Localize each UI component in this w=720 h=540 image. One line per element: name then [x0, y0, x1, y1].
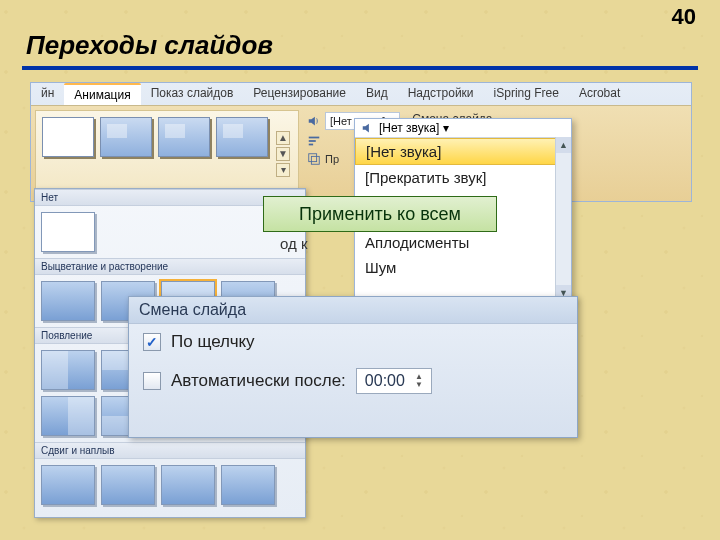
transition-thumb-3[interactable]: [216, 117, 268, 157]
time-spinner[interactable]: ▲▼: [415, 373, 423, 389]
transition-thumb-1[interactable]: [100, 117, 152, 157]
auto-after-checkbox[interactable]: [143, 372, 161, 390]
gallery-thumb[interactable]: [221, 465, 275, 505]
page-title: Переходы слайдов: [26, 30, 273, 61]
sound-item-stop[interactable]: [Прекратить звук]: [355, 165, 571, 190]
gallery-down-button[interactable]: ▼: [276, 147, 290, 161]
svg-rect-3: [309, 154, 317, 162]
gallery-expand-button[interactable]: ▾: [276, 163, 290, 177]
gallery-up-button[interactable]: ▲: [276, 131, 290, 145]
auto-after-time-value: 00:00: [365, 372, 405, 390]
hidden-text-stub: од к: [280, 235, 308, 252]
tab-animation[interactable]: Анимация: [64, 83, 140, 105]
gallery-thumb[interactable]: [41, 396, 95, 436]
speed-icon: [307, 134, 321, 148]
svg-rect-4: [311, 156, 319, 164]
advance-panel-title: Смена слайда: [129, 297, 577, 324]
sound-icon: [361, 121, 375, 135]
sound-scrollbar[interactable]: ▲ ▼: [555, 137, 571, 301]
chevron-down-icon: ▾: [443, 121, 449, 135]
sound-icon: [307, 114, 321, 128]
gallery-section-fade: Выцветание и растворение: [35, 258, 305, 275]
sound-item-noise[interactable]: Шум: [355, 255, 571, 280]
tab-addins[interactable]: Надстройки: [398, 83, 484, 105]
gallery-more-buttons: ▲ ▼ ▾: [274, 117, 292, 190]
auto-after-label: Автоматически после:: [171, 371, 346, 391]
sound-item-applause[interactable]: Аплодисменты: [355, 230, 571, 255]
tab-ispring[interactable]: iSpring Free: [484, 83, 569, 105]
title-underline: [22, 66, 698, 70]
scroll-up-icon[interactable]: ▲: [556, 137, 571, 153]
tab-slideshow[interactable]: Показ слайдов: [141, 83, 244, 105]
gallery-thumb[interactable]: [41, 281, 95, 321]
tab-acrobat[interactable]: Acrobat: [569, 83, 630, 105]
gallery-thumb-none[interactable]: [41, 212, 95, 252]
svg-rect-2: [309, 144, 313, 146]
transition-gallery-strip: ▲ ▼ ▾: [35, 110, 299, 197]
gallery-thumb[interactable]: [41, 350, 95, 390]
svg-rect-1: [309, 140, 316, 142]
transition-thumb-none[interactable]: [42, 117, 94, 157]
page-number: 40: [672, 4, 696, 30]
tab-view[interactable]: Вид: [356, 83, 398, 105]
sound-dd-header: [Нет звука] ▾: [355, 119, 571, 138]
on-click-checkbox[interactable]: ✓: [143, 333, 161, 351]
sound-dd-header-label: [Нет звука]: [379, 121, 439, 135]
apply-to-all-label: Применить ко всем: [299, 204, 461, 225]
apply-to-all-callout: Применить ко всем: [263, 196, 497, 232]
tab-review[interactable]: Рецензирование: [243, 83, 356, 105]
ribbon-tabs: йн Анимация Показ слайдов Рецензирование…: [31, 83, 691, 105]
gallery-section-wipe: Сдвиг и наплыв: [35, 442, 305, 459]
svg-rect-0: [309, 137, 320, 139]
gallery-thumb[interactable]: [101, 465, 155, 505]
auto-after-time-field[interactable]: 00:00 ▲▼: [356, 368, 432, 394]
apply-all-icon: [307, 152, 321, 166]
sound-item-none[interactable]: [Нет звука]: [355, 138, 571, 165]
advance-slide-panel: Смена слайда ✓ По щелчку Автоматически п…: [128, 296, 578, 438]
transition-thumb-2[interactable]: [158, 117, 210, 157]
gallery-thumb[interactable]: [161, 465, 215, 505]
on-click-label: По щелчку: [171, 332, 255, 352]
gallery-thumb[interactable]: [41, 465, 95, 505]
tab-design-partial[interactable]: йн: [31, 83, 64, 105]
apply-all-prefix: Пр: [325, 153, 339, 165]
